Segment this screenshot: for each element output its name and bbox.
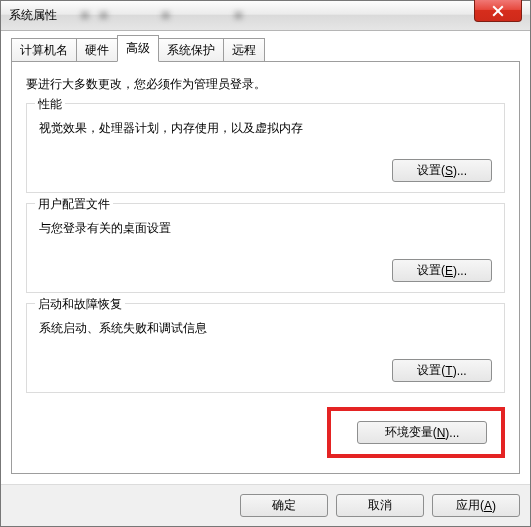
dialog-footer: 确定 取消 应用(A) — [1, 484, 530, 526]
apply-button[interactable]: 应用(A) — [432, 494, 520, 517]
group-performance: 性能 视觉效果，处理器计划，内存使用，以及虚拟内存 设置(S)... — [26, 103, 505, 193]
group-user-profile-desc: 与您登录有关的桌面设置 — [39, 220, 492, 237]
group-startup-recovery-desc: 系统启动、系统失败和调试信息 — [39, 320, 492, 337]
tab-advanced[interactable]: 高级 — [117, 35, 159, 62]
startup-recovery-settings-button[interactable]: 设置(T)... — [392, 359, 492, 382]
environment-variables-button[interactable]: 环境变量(N)... — [357, 421, 487, 444]
performance-settings-button[interactable]: 设置(S)... — [392, 159, 492, 182]
client-area: 计算机名 硬件 高级 系统保护 远程 要进行大多数更改，您必须作为管理员登录。 … — [1, 31, 530, 484]
env-var-row: 环境变量(N)... — [26, 407, 505, 458]
tab-system-protection[interactable]: 系统保护 — [158, 38, 224, 62]
group-performance-title: 性能 — [35, 96, 65, 113]
ok-button[interactable]: 确定 — [240, 494, 328, 517]
admin-note: 要进行大多数更改，您必须作为管理员登录。 — [26, 76, 505, 93]
close-icon — [492, 5, 504, 17]
group-user-profile: 用户配置文件 与您登录有关的桌面设置 设置(E)... — [26, 203, 505, 293]
tab-hardware[interactable]: 硬件 — [76, 38, 118, 62]
tab-strip: 计算机名 硬件 高级 系统保护 远程 — [11, 39, 520, 61]
group-user-profile-title: 用户配置文件 — [35, 196, 113, 213]
window-title: 系统属性 — [9, 7, 57, 24]
user-profile-settings-button[interactable]: 设置(E)... — [392, 259, 492, 282]
group-startup-recovery: 启动和故障恢复 系统启动、系统失败和调试信息 设置(T)... — [26, 303, 505, 393]
group-performance-desc: 视觉效果，处理器计划，内存使用，以及虚拟内存 — [39, 120, 492, 137]
env-var-highlight: 环境变量(N)... — [327, 407, 505, 458]
cancel-button[interactable]: 取消 — [336, 494, 424, 517]
tab-remote[interactable]: 远程 — [223, 38, 265, 62]
titlebar: 系统属性 ● ● ● ● — [1, 1, 530, 31]
group-startup-recovery-title: 启动和故障恢复 — [35, 296, 125, 313]
background-blur-text: ● ● ● ● — [81, 7, 257, 22]
tab-page-advanced: 要进行大多数更改，您必须作为管理员登录。 性能 视觉效果，处理器计划，内存使用，… — [11, 61, 520, 474]
tab-computer-name[interactable]: 计算机名 — [11, 38, 77, 62]
close-button[interactable] — [474, 0, 522, 22]
system-properties-window: 系统属性 ● ● ● ● 计算机名 硬件 高级 系统保护 远程 要进行大多数更改… — [0, 0, 531, 527]
